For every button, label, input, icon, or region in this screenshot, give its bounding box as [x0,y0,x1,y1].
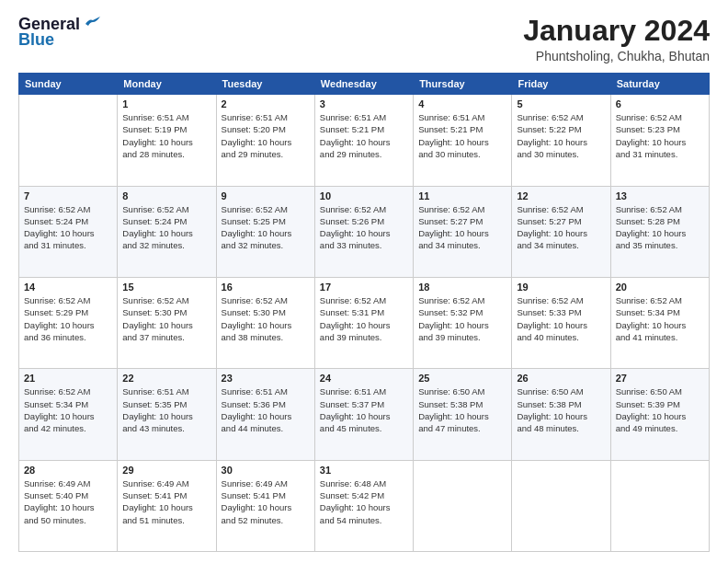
header-saturday: Saturday [610,74,709,95]
calendar-cell: 5Sunrise: 6:52 AM Sunset: 5:22 PM Daylig… [512,95,610,186]
day-info: Sunrise: 6:51 AM Sunset: 5:36 PM Dayligh… [222,385,310,434]
day-number: 29 [122,465,210,476]
day-info: Sunrise: 6:52 AM Sunset: 5:34 PM Dayligh… [616,294,704,343]
day-number: 19 [517,282,605,293]
calendar-cell: 20Sunrise: 6:52 AM Sunset: 5:34 PM Dayli… [610,277,709,368]
day-number: 22 [122,373,210,384]
day-info: Sunrise: 6:52 AM Sunset: 5:33 PM Dayligh… [517,294,605,343]
day-info: Sunrise: 6:52 AM Sunset: 5:27 PM Dayligh… [418,203,506,252]
day-number: 13 [616,190,704,201]
logo-blue: Blue [18,30,54,50]
calendar-cell: 3Sunrise: 6:51 AM Sunset: 5:21 PM Daylig… [314,95,413,186]
calendar-cell: 6Sunrise: 6:52 AM Sunset: 5:23 PM Daylig… [610,95,709,186]
calendar-cell [414,460,512,551]
day-info: Sunrise: 6:52 AM Sunset: 5:31 PM Dayligh… [320,294,408,343]
calendar-table: Sunday Monday Tuesday Wednesday Thursday… [18,73,710,552]
day-number: 24 [320,373,408,384]
calendar-cell [610,460,709,551]
calendar-cell: 9Sunrise: 6:52 AM Sunset: 5:25 PM Daylig… [216,186,314,277]
calendar-cell: 7Sunrise: 6:52 AM Sunset: 5:24 PM Daylig… [19,186,118,277]
day-info: Sunrise: 6:50 AM Sunset: 5:39 PM Dayligh… [616,385,704,434]
calendar-cell: 4Sunrise: 6:51 AM Sunset: 5:21 PM Daylig… [414,95,512,186]
calendar-cell: 16Sunrise: 6:52 AM Sunset: 5:30 PM Dayli… [216,277,314,368]
day-number: 21 [24,373,112,384]
calendar-cell: 8Sunrise: 6:52 AM Sunset: 5:24 PM Daylig… [118,186,216,277]
day-number: 5 [517,98,605,109]
calendar-cell: 26Sunrise: 6:50 AM Sunset: 5:38 PM Dayli… [512,369,610,460]
day-number: 15 [122,282,210,293]
day-info: Sunrise: 6:52 AM Sunset: 5:27 PM Dayligh… [517,203,605,252]
day-info: Sunrise: 6:52 AM Sunset: 5:24 PM Dayligh… [24,203,112,252]
month-title: January 2024 [523,15,710,47]
header-monday: Monday [118,74,216,95]
header-thursday: Thursday [414,74,512,95]
day-number: 16 [222,282,310,293]
day-number: 9 [222,190,310,201]
day-info: Sunrise: 6:50 AM Sunset: 5:38 PM Dayligh… [418,385,506,434]
calendar-cell: 14Sunrise: 6:52 AM Sunset: 5:29 PM Dayli… [19,277,118,368]
calendar-week-1: 1Sunrise: 6:51 AM Sunset: 5:19 PM Daylig… [19,95,710,186]
day-info: Sunrise: 6:52 AM Sunset: 5:30 PM Dayligh… [222,294,310,343]
calendar-cell: 28Sunrise: 6:49 AM Sunset: 5:40 PM Dayli… [19,460,118,551]
calendar-week-2: 7Sunrise: 6:52 AM Sunset: 5:24 PM Daylig… [19,186,710,277]
calendar-week-5: 28Sunrise: 6:49 AM Sunset: 5:40 PM Dayli… [19,460,710,551]
calendar-cell: 2Sunrise: 6:51 AM Sunset: 5:20 PM Daylig… [216,95,314,186]
calendar-week-3: 14Sunrise: 6:52 AM Sunset: 5:29 PM Dayli… [19,277,710,368]
calendar-cell: 29Sunrise: 6:49 AM Sunset: 5:41 PM Dayli… [118,460,216,551]
calendar-page: General Blue January 2024 Phuntsholing, … [0,0,728,563]
day-info: Sunrise: 6:52 AM Sunset: 5:32 PM Dayligh… [418,294,506,343]
day-info: Sunrise: 6:51 AM Sunset: 5:21 PM Dayligh… [320,111,408,160]
title-block: January 2024 Phuntsholing, Chukha, Bhuta… [523,15,710,63]
day-info: Sunrise: 6:51 AM Sunset: 5:35 PM Dayligh… [122,385,210,434]
header-tuesday: Tuesday [216,74,314,95]
calendar-cell: 22Sunrise: 6:51 AM Sunset: 5:35 PM Dayli… [118,369,216,460]
day-number: 27 [616,373,704,384]
day-number: 6 [616,98,704,109]
day-number: 18 [418,282,506,293]
day-number: 4 [418,98,506,109]
day-info: Sunrise: 6:49 AM Sunset: 5:40 PM Dayligh… [24,477,112,526]
day-info: Sunrise: 6:52 AM Sunset: 5:34 PM Dayligh… [24,385,112,434]
day-info: Sunrise: 6:51 AM Sunset: 5:21 PM Dayligh… [418,111,506,160]
calendar-cell: 10Sunrise: 6:52 AM Sunset: 5:26 PM Dayli… [314,186,413,277]
header-friday: Friday [512,74,610,95]
calendar-cell: 21Sunrise: 6:52 AM Sunset: 5:34 PM Dayli… [19,369,118,460]
day-info: Sunrise: 6:51 AM Sunset: 5:19 PM Dayligh… [122,111,210,160]
day-number: 30 [222,465,310,476]
header-wednesday: Wednesday [314,74,413,95]
day-info: Sunrise: 6:52 AM Sunset: 5:30 PM Dayligh… [122,294,210,343]
day-info: Sunrise: 6:52 AM Sunset: 5:25 PM Dayligh… [222,203,310,252]
calendar-cell: 31Sunrise: 6:48 AM Sunset: 5:42 PM Dayli… [314,460,413,551]
day-number: 10 [320,190,408,201]
calendar-cell: 27Sunrise: 6:50 AM Sunset: 5:39 PM Dayli… [610,369,709,460]
day-info: Sunrise: 6:49 AM Sunset: 5:41 PM Dayligh… [222,477,310,526]
day-number: 26 [517,373,605,384]
header-sunday: Sunday [19,74,118,95]
location-title: Phuntsholing, Chukha, Bhutan [523,49,710,63]
day-number: 3 [320,98,408,109]
day-number: 14 [24,282,112,293]
calendar-cell: 17Sunrise: 6:52 AM Sunset: 5:31 PM Dayli… [314,277,413,368]
day-number: 25 [418,373,506,384]
day-number: 23 [222,373,310,384]
day-info: Sunrise: 6:49 AM Sunset: 5:41 PM Dayligh… [122,477,210,526]
day-info: Sunrise: 6:52 AM Sunset: 5:23 PM Dayligh… [616,111,704,160]
day-info: Sunrise: 6:52 AM Sunset: 5:26 PM Dayligh… [320,203,408,252]
calendar-cell: 24Sunrise: 6:51 AM Sunset: 5:37 PM Dayli… [314,369,413,460]
calendar-cell: 1Sunrise: 6:51 AM Sunset: 5:19 PM Daylig… [118,95,216,186]
calendar-cell: 23Sunrise: 6:51 AM Sunset: 5:36 PM Dayli… [216,369,314,460]
logo: General Blue [18,15,102,50]
calendar-cell: 18Sunrise: 6:52 AM Sunset: 5:32 PM Dayli… [414,277,512,368]
calendar-cell: 25Sunrise: 6:50 AM Sunset: 5:38 PM Dayli… [414,369,512,460]
day-info: Sunrise: 6:52 AM Sunset: 5:22 PM Dayligh… [517,111,605,160]
calendar-cell: 13Sunrise: 6:52 AM Sunset: 5:28 PM Dayli… [610,186,709,277]
calendar-cell: 19Sunrise: 6:52 AM Sunset: 5:33 PM Dayli… [512,277,610,368]
logo-bird-icon [84,17,102,29]
day-number: 1 [122,98,210,109]
day-number: 7 [24,190,112,201]
day-info: Sunrise: 6:51 AM Sunset: 5:37 PM Dayligh… [320,385,408,434]
day-number: 20 [616,282,704,293]
calendar-week-4: 21Sunrise: 6:52 AM Sunset: 5:34 PM Dayli… [19,369,710,460]
weekday-header-row: Sunday Monday Tuesday Wednesday Thursday… [19,74,710,95]
calendar-cell: 12Sunrise: 6:52 AM Sunset: 5:27 PM Dayli… [512,186,610,277]
